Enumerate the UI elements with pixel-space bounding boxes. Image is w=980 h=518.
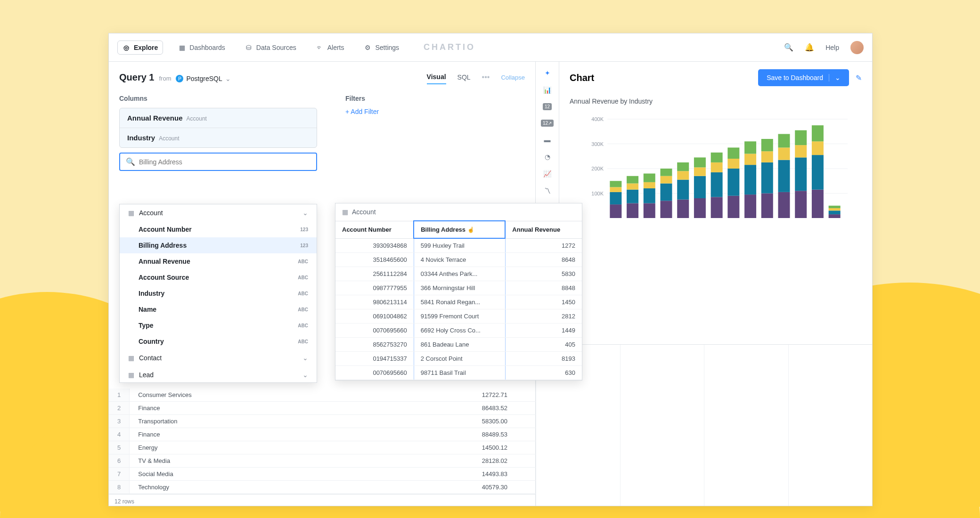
table-row[interactable]: 0987777955366 Morningstar Hill8848: [335, 281, 582, 295]
number-icon[interactable]: 12: [543, 103, 552, 110]
nav-settings[interactable]: ⚙ Settings: [359, 41, 404, 54]
magic-icon[interactable]: ✦: [545, 69, 550, 77]
svg-rect-48: [778, 192, 790, 218]
table-row[interactable]: 35184656004 Novick Terrace8648: [335, 253, 582, 267]
more-icon[interactable]: •••: [482, 73, 490, 81]
svg-rect-27: [677, 162, 689, 171]
svg-rect-47: [761, 139, 773, 151]
svg-rect-9: [610, 192, 621, 204]
svg-rect-34: [711, 162, 723, 172]
column-search[interactable]: 🔍: [119, 153, 317, 171]
table-row[interactable]: 00706956606692 Holy Cross Co...1449: [335, 324, 582, 338]
svg-rect-50: [778, 147, 790, 160]
table-row[interactable]: 7Social Media14493.83: [109, 468, 536, 481]
nav-data-sources[interactable]: ⛁ Data Sources: [240, 41, 301, 54]
tab-sql[interactable]: SQL: [457, 71, 471, 84]
svg-rect-38: [727, 159, 739, 169]
avatar[interactable]: [850, 41, 864, 54]
table-icon: ▦: [128, 209, 134, 217]
svg-rect-57: [812, 155, 824, 190]
row-count: 12 rows: [109, 494, 536, 506]
table-row[interactable]: 256111228403344 Anthes Park...5830: [335, 267, 582, 281]
dropdown-item[interactable]: Account SourceABC: [120, 269, 317, 285]
table-row[interactable]: 98062131145841 Ronald Regan...1450: [335, 295, 582, 309]
table-row[interactable]: 007069566098711 Basil Trail630: [335, 366, 582, 380]
bell-icon[interactable]: 🔔: [805, 43, 814, 52]
dropdown-group-lead[interactable]: ▦Lead ⌄: [120, 366, 317, 383]
dropdown-item[interactable]: Account Number123: [120, 221, 317, 237]
svg-rect-24: [677, 200, 689, 218]
column-pill[interactable]: Annual Revenue Account: [120, 108, 317, 128]
cursor-icon: ☝: [467, 227, 474, 233]
dropdown-group-contact[interactable]: ▦Contact ⌄: [120, 349, 317, 366]
column-header[interactable]: Billing Address ☝: [414, 221, 505, 238]
column-header[interactable]: Annual Revenue: [505, 221, 582, 238]
table-row[interactable]: 4Finance88489.53: [109, 428, 536, 441]
pie-icon[interactable]: ◔: [545, 153, 550, 161]
dropdown-item[interactable]: Billing Address123: [120, 237, 317, 253]
results-table: 1Consumer Services12722.712Finance86483.…: [109, 388, 536, 506]
dropdown-item[interactable]: IndustryABC: [120, 285, 317, 301]
db-icon: P: [176, 75, 183, 82]
help-link[interactable]: Help: [825, 44, 839, 51]
number-trend-icon[interactable]: 12↗: [541, 120, 554, 127]
bar-chart: 100K200K300K400K: [570, 114, 862, 227]
table-row[interactable]: 6TV & Media28128.02: [109, 454, 536, 468]
svg-rect-14: [627, 184, 638, 190]
chevron-down-icon[interactable]: ⌄: [829, 74, 841, 81]
svg-rect-21: [661, 184, 672, 201]
dropdown-item[interactable]: TypeABC: [120, 317, 317, 333]
svg-rect-25: [677, 180, 689, 200]
dropdown-group-account[interactable]: ▦Account ⌄: [120, 204, 317, 221]
chevron-down-icon: ⌄: [302, 209, 308, 217]
svg-rect-60: [829, 214, 841, 218]
area-icon[interactable]: 〽: [544, 187, 551, 194]
table-row[interactable]: 1Consumer Services12722.71: [109, 388, 536, 402]
nav-explore[interactable]: ◎ Explore: [117, 40, 163, 55]
tab-visual[interactable]: Visual: [427, 70, 446, 84]
svg-rect-58: [812, 141, 824, 155]
add-filter-button[interactable]: + Add Filter: [345, 108, 379, 115]
progress-icon[interactable]: ▬: [544, 136, 551, 144]
bar-chart-icon[interactable]: 📊: [543, 86, 551, 94]
svg-rect-12: [627, 203, 638, 219]
table-row[interactable]: 01947153372 Corscot Point8193: [335, 352, 582, 366]
collapse-link[interactable]: Collapse: [501, 74, 525, 81]
search-icon[interactable]: 🔍: [784, 43, 793, 52]
dropdown-item[interactable]: Annual RevenueABC: [120, 253, 317, 269]
column-header[interactable]: Account Number: [335, 221, 414, 238]
svg-rect-13: [627, 190, 638, 203]
filters-label: Filters: [345, 95, 379, 102]
svg-rect-51: [778, 134, 790, 148]
column-pill[interactable]: Industry Account: [120, 128, 317, 147]
svg-rect-30: [694, 167, 706, 176]
dropdown-item[interactable]: NameABC: [120, 301, 317, 317]
svg-rect-20: [661, 201, 672, 218]
nav-dashboards[interactable]: ▦ Dashboards: [173, 41, 230, 54]
table-row[interactable]: 069100486291599 Fremont Court2812: [335, 309, 582, 324]
table-row[interactable]: 2Finance86483.52: [109, 402, 536, 415]
table-row[interactable]: 8Technology40579.30: [109, 481, 536, 494]
svg-rect-53: [795, 157, 807, 191]
pencil-icon[interactable]: ✎: [856, 73, 862, 82]
svg-rect-37: [727, 169, 739, 196]
chevron-down-icon: ⌄: [225, 75, 231, 82]
svg-rect-63: [829, 206, 841, 208]
nav-alerts[interactable]: ᯤ Alerts: [311, 41, 349, 54]
table-row[interactable]: 5Energy14500.12: [109, 441, 536, 454]
table-row[interactable]: 3930934868599 Huxley Trail1272: [335, 238, 582, 253]
query-title: Query 1: [119, 72, 154, 83]
column-search-input[interactable]: [139, 158, 310, 166]
svg-rect-49: [778, 160, 790, 192]
gear-icon: ⚙: [364, 44, 371, 51]
db-selector[interactable]: P PostgreSQL ⌄: [176, 75, 230, 82]
dropdown-item[interactable]: CountryABC: [120, 333, 317, 349]
line-icon[interactable]: 📈: [543, 170, 551, 178]
svg-text:100K: 100K: [591, 191, 604, 196]
table-row[interactable]: 3Transportation58305.00: [109, 415, 536, 428]
svg-rect-23: [661, 169, 672, 176]
svg-rect-32: [711, 197, 723, 218]
table-row[interactable]: 8562753270861 Badeau Lane405: [335, 338, 582, 352]
save-to-dashboard-button[interactable]: Save to Dashboard ⌄: [758, 69, 849, 86]
from-label: from: [159, 75, 171, 82]
